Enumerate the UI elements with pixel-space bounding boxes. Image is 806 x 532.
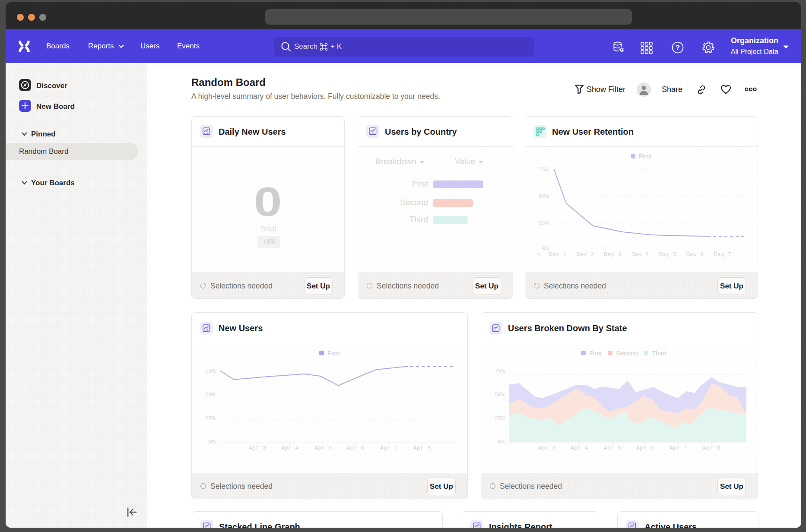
- svg-text:?: ?: [676, 44, 680, 51]
- svg-text:50%: 50%: [495, 392, 505, 398]
- svg-text:First: First: [639, 152, 652, 160]
- svg-text:Day 6: Day 6: [686, 251, 704, 258]
- svg-text:50%: 50%: [539, 193, 549, 200]
- svg-text:75%: 75%: [205, 368, 216, 374]
- svg-text:Second: Second: [616, 349, 638, 357]
- svg-text:Apr 7: Apr 7: [670, 445, 687, 451]
- svg-text:Day 3: Day 3: [604, 251, 622, 258]
- svg-text:Day 2: Day 2: [577, 251, 594, 258]
- svg-text:Apr 6: Apr 6: [636, 445, 654, 451]
- svg-text:Apr 3: Apr 3: [249, 445, 267, 451]
- svg-text:50%: 50%: [205, 392, 216, 398]
- svg-text:Apr 7: Apr 7: [380, 445, 398, 451]
- svg-text:Apr 6: Apr 6: [347, 445, 365, 451]
- svg-text:0%: 0%: [209, 439, 216, 445]
- svg-text:75%: 75%: [495, 368, 505, 374]
- svg-text:0%: 0%: [498, 439, 505, 445]
- svg-text:First: First: [589, 349, 602, 357]
- svg-text:75%: 75%: [539, 167, 549, 173]
- svg-text:25%: 25%: [539, 220, 549, 226]
- svg-text:0%: 0%: [542, 245, 549, 252]
- svg-text:Day 1: Day 1: [549, 251, 567, 258]
- svg-text:25%: 25%: [495, 415, 505, 422]
- svg-text:Apr 5: Apr 5: [314, 445, 332, 451]
- svg-text:Apr 8: Apr 8: [413, 445, 431, 451]
- svg-text:Day 7: Day 7: [714, 251, 732, 258]
- svg-text:25%: 25%: [205, 415, 216, 422]
- svg-text:Apr 3: Apr 3: [538, 445, 556, 451]
- svg-text:<: <: [537, 251, 541, 258]
- svg-text:Day 4: Day 4: [631, 251, 649, 258]
- svg-text:Day 5: Day 5: [659, 251, 677, 258]
- svg-text:Apr 4: Apr 4: [571, 445, 588, 451]
- svg-text:Apr 4: Apr 4: [281, 445, 299, 451]
- svg-text:Third: Third: [652, 349, 666, 357]
- svg-text:First: First: [327, 349, 340, 357]
- svg-text:Apr 8: Apr 8: [703, 445, 720, 451]
- svg-text:Apr 5: Apr 5: [604, 445, 622, 451]
